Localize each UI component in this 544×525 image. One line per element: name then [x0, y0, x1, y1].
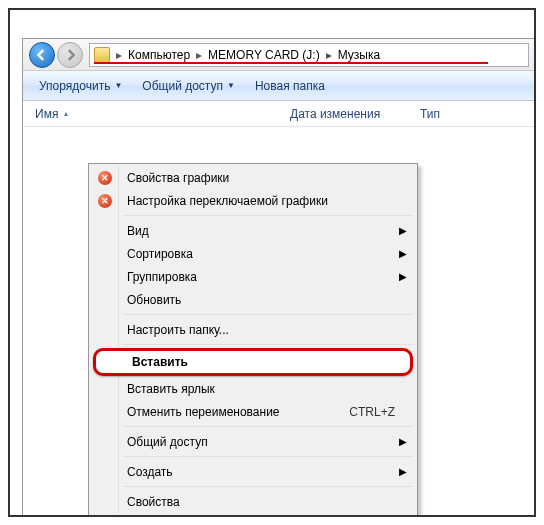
- menu-shortcut: CTRL+Z: [349, 405, 395, 419]
- menu-refresh[interactable]: Обновить: [91, 288, 415, 311]
- menu-properties[interactable]: Свойства: [91, 490, 415, 513]
- menu-graphics-switch[interactable]: ✕ Настройка переключаемой графики: [91, 189, 415, 212]
- share-button[interactable]: Общий доступ ▼: [134, 75, 243, 97]
- menu-undo-rename[interactable]: Отменить переименование CTRL+Z: [91, 400, 415, 423]
- menu-label: Отменить переименование: [127, 405, 349, 419]
- submenu-arrow-icon: ▶: [399, 271, 407, 282]
- submenu-arrow-icon: ▶: [399, 248, 407, 259]
- menu-label: Вставить ярлык: [127, 382, 395, 396]
- submenu-arrow-icon: ▶: [399, 466, 407, 477]
- menu-label: Свойства: [127, 495, 395, 509]
- toolbar: Упорядочить ▼ Общий доступ ▼ Новая папка: [23, 71, 535, 101]
- organize-button[interactable]: Упорядочить ▼: [31, 75, 130, 97]
- screenshot-frame: ▸ Компьютер ▸ MEMORY CARD (J:) ▸ Музыка …: [8, 8, 536, 517]
- explorer-window: ▸ Компьютер ▸ MEMORY CARD (J:) ▸ Музыка …: [22, 38, 536, 517]
- menu-label: Вид: [127, 224, 395, 238]
- annotation-underline: [94, 62, 488, 64]
- menu-label: Обновить: [127, 293, 395, 307]
- newfolder-label: Новая папка: [255, 79, 325, 93]
- menu-label: Вставить: [132, 355, 390, 369]
- organize-label: Упорядочить: [39, 79, 110, 93]
- menu-label: Сортировка: [127, 247, 395, 261]
- folder-icon: [94, 47, 110, 63]
- menu-label: Настройка переключаемой графики: [127, 194, 395, 208]
- menu-label: Группировка: [127, 270, 395, 284]
- chevron-down-icon: ▼: [114, 81, 122, 90]
- column-headers: Имя ▴ Дата изменения Тип: [23, 101, 535, 127]
- menu-paste[interactable]: Вставить: [93, 348, 413, 376]
- submenu-arrow-icon: ▶: [399, 436, 407, 447]
- menu-separator: [123, 456, 413, 457]
- chevron-down-icon: ▼: [227, 81, 235, 90]
- column-name[interactable]: Имя ▴: [35, 107, 290, 121]
- share-label: Общий доступ: [142, 79, 223, 93]
- graphics-icon: ✕: [97, 170, 113, 186]
- chevron-right-icon: ▸: [194, 48, 204, 62]
- menu-separator: [123, 215, 413, 216]
- menu-separator: [123, 344, 413, 345]
- chevron-right-icon: ▸: [114, 48, 124, 62]
- submenu-arrow-icon: ▶: [399, 225, 407, 236]
- menu-separator: [123, 426, 413, 427]
- menu-separator: [123, 486, 413, 487]
- menu-label: Создать: [127, 465, 395, 479]
- forward-button[interactable]: [57, 42, 83, 68]
- menu-group[interactable]: Группировка ▶: [91, 265, 415, 288]
- menu-sort[interactable]: Сортировка ▶: [91, 242, 415, 265]
- breadcrumb[interactable]: ▸ Компьютер ▸ MEMORY CARD (J:) ▸ Музыка: [89, 43, 529, 67]
- menu-separator: [123, 314, 413, 315]
- column-date-label: Дата изменения: [290, 107, 380, 121]
- back-button[interactable]: [29, 42, 55, 68]
- address-bar: ▸ Компьютер ▸ MEMORY CARD (J:) ▸ Музыка: [23, 39, 535, 71]
- menu-view[interactable]: Вид ▶: [91, 219, 415, 242]
- menu-share[interactable]: Общий доступ ▶: [91, 430, 415, 453]
- column-date[interactable]: Дата изменения: [290, 107, 420, 121]
- column-name-label: Имя: [35, 107, 58, 121]
- menu-label: Общий доступ: [127, 435, 395, 449]
- context-menu: ✕ Свойства графики ✕ Настройка переключа…: [88, 163, 418, 516]
- menu-new[interactable]: Создать ▶: [91, 460, 415, 483]
- nav-buttons: [29, 42, 83, 68]
- menu-label: Настроить папку...: [127, 323, 395, 337]
- newfolder-button[interactable]: Новая папка: [247, 75, 333, 97]
- sort-asc-icon: ▴: [64, 109, 68, 118]
- menu-label: Свойства графики: [127, 171, 395, 185]
- chevron-right-icon: ▸: [324, 48, 334, 62]
- graphics-icon: ✕: [97, 193, 113, 209]
- menu-customize-folder[interactable]: Настроить папку...: [91, 318, 415, 341]
- column-type-label: Тип: [420, 107, 440, 121]
- menu-paste-shortcut[interactable]: Вставить ярлык: [91, 377, 415, 400]
- menu-graphics-properties[interactable]: ✕ Свойства графики: [91, 166, 415, 189]
- column-type[interactable]: Тип: [420, 107, 440, 121]
